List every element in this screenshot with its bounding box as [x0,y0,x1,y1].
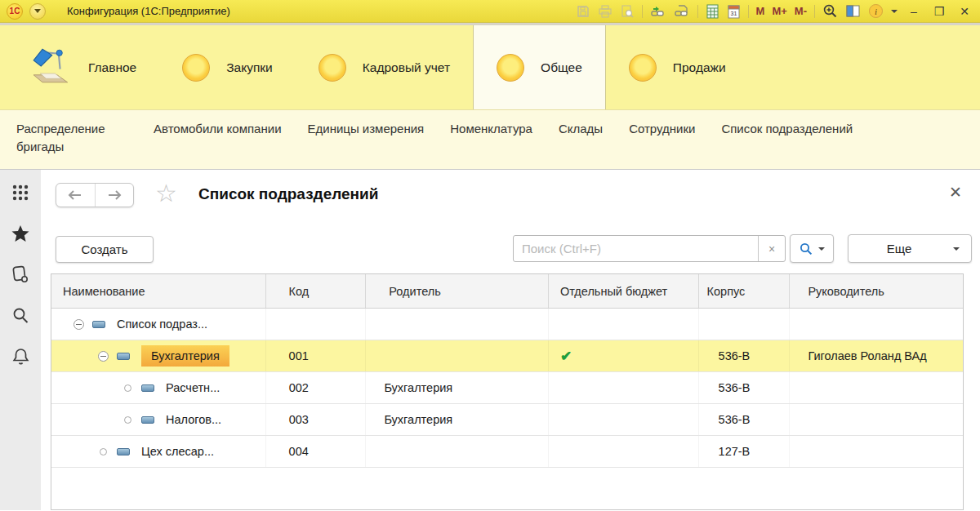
table-row[interactable]: Список подраз... [51,309,963,340]
info-dropdown-caret-icon[interactable] [891,10,898,13]
minimize-button[interactable]: – [905,5,923,18]
table-row[interactable]: Бухгалтерия001✔536-ВГиголаев Роланд ВАд [51,340,963,372]
department-code[interactable]: 002 [266,372,367,403]
memory-m-button[interactable]: M [756,3,765,20]
subnav-item-6[interactable]: Сотрудники [629,120,695,138]
ribbon-section-2[interactable]: Закупки [159,25,296,109]
ribbon-section-3[interactable]: Кадровый учет [296,25,473,109]
add-favorite-star-icon[interactable]: ☆ [155,181,177,206]
titlebar-separator [814,5,815,18]
main-area: ☆ Список подразделений ✕ Создать × Еще Н… [0,170,980,510]
search-options-button[interactable] [790,234,834,263]
print-icon[interactable] [598,3,612,20]
tree-collapse-icon[interactable] [98,351,109,362]
subnav-item-4[interactable]: Номенклатура [450,120,532,138]
department-parent[interactable] [366,436,549,467]
memory-m-minus-button[interactable]: M- [795,3,807,20]
search-clear-icon[interactable]: × [758,236,785,261]
department-parent[interactable]: Бухгалтерия [366,404,549,435]
tree-expand-icon[interactable] [124,416,131,424]
search-input[interactable] [514,236,758,261]
split-view-icon[interactable] [845,3,861,20]
history-icon[interactable] [11,264,30,284]
column-header-3[interactable]: Родитель [366,274,549,308]
department-building[interactable]: 536-В [699,404,791,435]
separate-budget-cell[interactable] [549,404,699,435]
chevron-down-icon [953,247,960,251]
department-code[interactable]: 001 [266,340,367,371]
department-manager[interactable] [790,309,963,340]
folder-icon [92,321,105,328]
favorites-star-icon[interactable] [11,224,30,243]
column-header-1[interactable]: Наименование [51,274,266,308]
separate-budget-cell[interactable] [549,309,699,340]
calendar-icon[interactable]: 31 [727,3,741,20]
ribbon-section-4[interactable]: Общее [473,25,606,109]
goto-link-icon[interactable] [650,3,666,20]
subsystem-sphere-icon [497,54,524,82]
main-menu-button[interactable] [29,3,46,20]
table-row[interactable]: Налогов...003Бухгалтерия536-В [51,404,963,436]
calculator-icon[interactable] [706,3,719,20]
form-close-icon[interactable]: ✕ [949,184,962,200]
save-icon[interactable] [576,3,590,20]
print-preview-icon[interactable] [620,3,635,20]
maximize-button[interactable]: ❒ [930,5,948,18]
column-header-6[interactable]: Руководитель [790,274,963,308]
search-icon[interactable] [11,305,30,325]
department-code[interactable]: 003 [266,404,367,435]
ribbon-section-1[interactable]: Главное [5,25,159,109]
folder-icon [141,416,154,424]
department-building[interactable]: 536-В [699,340,791,371]
subnav-item-7[interactable]: Список подразделений [721,120,853,138]
close-button[interactable]: ✕ [956,5,973,18]
back-button[interactable] [56,184,96,207]
forward-button[interactable] [96,184,134,207]
notifications-bell-icon[interactable] [11,346,30,366]
search-box: × [513,235,786,262]
folder-icon [141,384,154,392]
form-area: ☆ Список подразделений ✕ Создать × Еще Н… [41,170,980,510]
zoom-icon[interactable] [822,3,838,20]
department-parent[interactable]: Бухгалтерия [366,372,549,403]
department-building[interactable] [699,309,791,340]
titlebar-separator [748,5,749,18]
tree-collapse-icon[interactable] [74,319,84,330]
subnav-item-2[interactable]: Автомобили компании [154,120,282,138]
department-name: Цех слесар... [141,445,214,458]
department-code[interactable]: 004 [266,436,367,467]
desk-lamp-icon [28,47,72,89]
create-button[interactable]: Создать [56,236,154,263]
department-name: Список подраз... [117,318,207,331]
column-header-4[interactable]: Отдельный бюджет [549,274,699,308]
subnav-item-3[interactable]: Единицы измерения [308,120,425,138]
table-row[interactable]: Расчетн...002Бухгалтерия536-В [51,372,963,404]
department-parent[interactable] [366,340,549,371]
menu-grid-icon[interactable] [11,183,30,202]
subnav-item-1[interactable]: Распределение бригады [16,120,127,156]
memory-m-plus-button[interactable]: M+ [772,3,786,20]
department-parent[interactable] [366,309,549,340]
get-link-icon[interactable] [674,3,690,20]
subnav-item-5[interactable]: Склады [559,120,603,138]
separate-budget-cell[interactable] [549,372,699,403]
ribbon-section-5[interactable]: Продажи [606,25,749,109]
department-manager[interactable]: Гиголаев Роланд ВАд [790,340,963,371]
info-icon[interactable]: i [868,3,884,20]
calendar-day: 31 [730,11,737,16]
more-button[interactable]: Еще [848,234,972,263]
column-header-2[interactable]: Код [266,274,367,308]
department-building[interactable]: 127-В [699,436,791,467]
department-manager[interactable] [790,372,963,403]
department-manager[interactable] [790,404,963,435]
ribbon-section-label: Закупки [226,60,273,75]
table-row[interactable]: Цех слесар...004127-В [51,436,963,468]
department-code[interactable] [266,309,367,340]
tree-expand-icon[interactable] [124,384,131,392]
department-building[interactable]: 536-В [699,372,791,403]
tree-expand-icon[interactable] [100,448,107,455]
separate-budget-cell[interactable]: ✔ [549,340,699,371]
department-manager[interactable] [790,436,963,467]
column-header-5[interactable]: Корпус [699,274,791,308]
separate-budget-cell[interactable] [549,436,699,467]
